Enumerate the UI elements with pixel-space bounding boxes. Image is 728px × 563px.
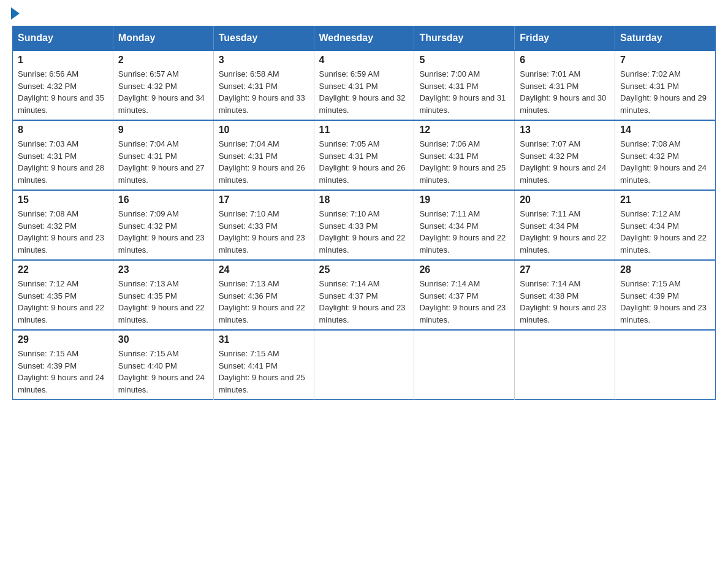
calendar-day-cell: 19Sunrise: 7:11 AMSunset: 4:34 PMDayligh… [414,190,515,260]
day-info: Sunrise: 6:58 AMSunset: 4:31 PMDaylight:… [219,68,309,116]
day-number: 23 [118,264,208,275]
calendar-day-cell: 22Sunrise: 7:12 AMSunset: 4:35 PMDayligh… [13,260,113,330]
day-info: Sunrise: 6:57 AMSunset: 4:32 PMDaylight:… [118,68,208,116]
day-info: Sunrise: 6:56 AMSunset: 4:32 PMDaylight:… [18,68,108,116]
calendar-day-cell: 25Sunrise: 7:14 AMSunset: 4:37 PMDayligh… [314,260,414,330]
day-info: Sunrise: 7:11 AMSunset: 4:34 PMDaylight:… [520,208,610,256]
day-number: 20 [520,194,610,205]
calendar-day-cell: 14Sunrise: 7:08 AMSunset: 4:32 PMDayligh… [615,120,716,190]
day-number: 6 [520,55,610,66]
day-number: 4 [319,55,409,66]
calendar-day-cell: 15Sunrise: 7:08 AMSunset: 4:32 PMDayligh… [13,190,113,260]
weekday-header-monday: Monday [113,26,213,51]
day-number: 19 [419,194,509,205]
calendar-day-cell: 24Sunrise: 7:13 AMSunset: 4:36 PMDayligh… [213,260,314,330]
weekday-header-thursday: Thursday [414,26,515,51]
calendar-day-cell: 8Sunrise: 7:03 AMSunset: 4:31 PMDaylight… [13,120,113,190]
day-info: Sunrise: 7:01 AMSunset: 4:31 PMDaylight:… [520,68,610,116]
day-info: Sunrise: 6:59 AMSunset: 4:31 PMDaylight:… [319,68,409,116]
weekday-header-tuesday: Tuesday [213,26,314,51]
calendar-week-row: 8Sunrise: 7:03 AMSunset: 4:31 PMDaylight… [13,120,716,190]
calendar-day-cell [515,330,615,400]
calendar-day-cell: 4Sunrise: 6:59 AMSunset: 4:31 PMDaylight… [314,50,414,120]
day-number: 29 [18,334,108,345]
day-info: Sunrise: 7:09 AMSunset: 4:32 PMDaylight:… [118,208,208,256]
day-info: Sunrise: 7:12 AMSunset: 4:35 PMDaylight:… [18,278,108,326]
calendar-table: SundayMondayTuesdayWednesdayThursdayFrid… [12,26,716,400]
calendar-day-cell [414,330,515,400]
day-info: Sunrise: 7:15 AMSunset: 4:41 PMDaylight:… [219,348,309,396]
logo [12,12,20,20]
calendar-day-cell: 13Sunrise: 7:07 AMSunset: 4:32 PMDayligh… [515,120,615,190]
day-info: Sunrise: 7:08 AMSunset: 4:32 PMDaylight:… [18,208,108,256]
calendar-day-cell: 31Sunrise: 7:15 AMSunset: 4:41 PMDayligh… [213,330,314,400]
calendar-day-cell [615,330,716,400]
day-info: Sunrise: 7:05 AMSunset: 4:31 PMDaylight:… [319,138,409,186]
weekday-header-sunday: Sunday [13,26,113,51]
day-number: 16 [118,194,208,205]
day-number: 17 [219,194,309,205]
calendar-day-cell: 5Sunrise: 7:00 AMSunset: 4:31 PMDaylight… [414,50,515,120]
calendar-day-cell: 23Sunrise: 7:13 AMSunset: 4:35 PMDayligh… [113,260,213,330]
calendar-day-cell: 16Sunrise: 7:09 AMSunset: 4:32 PMDayligh… [113,190,213,260]
day-number: 21 [620,194,710,205]
calendar-day-cell: 12Sunrise: 7:06 AMSunset: 4:31 PMDayligh… [414,120,515,190]
day-number: 30 [118,334,208,345]
weekday-header-wednesday: Wednesday [314,26,414,51]
day-info: Sunrise: 7:04 AMSunset: 4:31 PMDaylight:… [219,138,309,186]
calendar-day-cell: 30Sunrise: 7:15 AMSunset: 4:40 PMDayligh… [113,330,213,400]
day-number: 14 [620,124,710,136]
calendar-week-row: 1Sunrise: 6:56 AMSunset: 4:32 PMDaylight… [13,50,716,120]
day-info: Sunrise: 7:13 AMSunset: 4:35 PMDaylight:… [118,278,208,326]
calendar-week-row: 15Sunrise: 7:08 AMSunset: 4:32 PMDayligh… [13,190,716,260]
calendar-day-cell: 17Sunrise: 7:10 AMSunset: 4:33 PMDayligh… [213,190,314,260]
calendar-day-cell: 1Sunrise: 6:56 AMSunset: 4:32 PMDaylight… [13,50,113,120]
day-number: 22 [18,264,108,275]
day-number: 15 [18,194,108,205]
day-number: 9 [118,124,208,136]
day-info: Sunrise: 7:14 AMSunset: 4:37 PMDaylight:… [319,278,409,326]
calendar-day-cell: 27Sunrise: 7:14 AMSunset: 4:38 PMDayligh… [515,260,615,330]
weekday-header-friday: Friday [515,26,615,51]
day-info: Sunrise: 7:13 AMSunset: 4:36 PMDaylight:… [219,278,309,326]
calendar-day-cell [314,330,414,400]
day-number: 18 [319,194,409,205]
page-header [12,12,716,20]
day-number: 26 [419,264,509,275]
calendar-day-cell: 26Sunrise: 7:14 AMSunset: 4:37 PMDayligh… [414,260,515,330]
day-info: Sunrise: 7:06 AMSunset: 4:31 PMDaylight:… [419,138,509,186]
day-info: Sunrise: 7:10 AMSunset: 4:33 PMDaylight:… [219,208,309,256]
day-number: 8 [18,124,108,136]
calendar-day-cell: 21Sunrise: 7:12 AMSunset: 4:34 PMDayligh… [615,190,716,260]
calendar-day-cell: 29Sunrise: 7:15 AMSunset: 4:39 PMDayligh… [13,330,113,400]
day-number: 12 [419,124,509,136]
day-number: 28 [620,264,710,275]
day-info: Sunrise: 7:14 AMSunset: 4:38 PMDaylight:… [520,278,610,326]
day-info: Sunrise: 7:00 AMSunset: 4:31 PMDaylight:… [419,68,509,116]
day-number: 1 [18,55,108,66]
calendar-week-row: 22Sunrise: 7:12 AMSunset: 4:35 PMDayligh… [13,260,716,330]
calendar-day-cell: 2Sunrise: 6:57 AMSunset: 4:32 PMDaylight… [113,50,213,120]
calendar-week-row: 29Sunrise: 7:15 AMSunset: 4:39 PMDayligh… [13,330,716,400]
day-info: Sunrise: 7:10 AMSunset: 4:33 PMDaylight:… [319,208,409,256]
weekday-header-saturday: Saturday [615,26,716,51]
calendar-day-cell: 20Sunrise: 7:11 AMSunset: 4:34 PMDayligh… [515,190,615,260]
day-info: Sunrise: 7:15 AMSunset: 4:39 PMDaylight:… [18,348,108,396]
day-info: Sunrise: 7:14 AMSunset: 4:37 PMDaylight:… [419,278,509,326]
day-number: 25 [319,264,409,275]
day-number: 10 [219,124,309,136]
logo-arrow-icon [11,7,20,20]
day-number: 2 [118,55,208,66]
day-info: Sunrise: 7:11 AMSunset: 4:34 PMDaylight:… [419,208,509,256]
calendar-day-cell: 11Sunrise: 7:05 AMSunset: 4:31 PMDayligh… [314,120,414,190]
calendar-day-cell: 3Sunrise: 6:58 AMSunset: 4:31 PMDaylight… [213,50,314,120]
calendar-day-cell: 7Sunrise: 7:02 AMSunset: 4:31 PMDaylight… [615,50,716,120]
day-info: Sunrise: 7:02 AMSunset: 4:31 PMDaylight:… [620,68,710,116]
calendar-day-cell: 28Sunrise: 7:15 AMSunset: 4:39 PMDayligh… [615,260,716,330]
day-number: 24 [219,264,309,275]
day-number: 27 [520,264,610,275]
calendar-day-cell: 6Sunrise: 7:01 AMSunset: 4:31 PMDaylight… [515,50,615,120]
day-info: Sunrise: 7:07 AMSunset: 4:32 PMDaylight:… [520,138,610,186]
day-info: Sunrise: 7:15 AMSunset: 4:40 PMDaylight:… [118,348,208,396]
day-number: 13 [520,124,610,136]
